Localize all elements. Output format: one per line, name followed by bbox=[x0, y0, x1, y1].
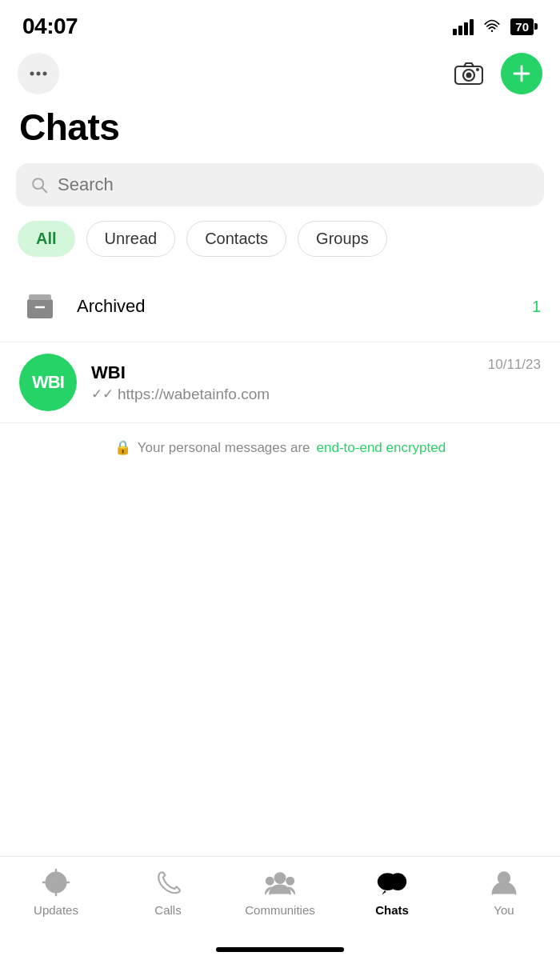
encryption-text: Your personal messages are bbox=[138, 440, 310, 456]
filter-tab-all[interactable]: All bbox=[18, 221, 75, 257]
status-bar: 04:07 70 bbox=[0, 0, 560, 48]
you-icon bbox=[488, 866, 520, 898]
status-icons: 70 bbox=[453, 18, 538, 35]
nav-item-you[interactable]: You bbox=[448, 866, 560, 917]
nav-label-chats: Chats bbox=[375, 903, 409, 917]
svg-point-22 bbox=[266, 878, 274, 885]
nav-label-communities: Communities bbox=[245, 903, 315, 917]
signal-icon bbox=[453, 18, 474, 35]
svg-point-7 bbox=[476, 68, 479, 71]
double-check-icon: ✓✓ bbox=[91, 386, 114, 402]
archived-row[interactable]: Archived 1 bbox=[0, 271, 560, 342]
chat-time: 10/11/23 bbox=[488, 357, 541, 373]
svg-point-21 bbox=[275, 873, 286, 883]
page-title: Chats bbox=[0, 102, 560, 163]
archived-count: 1 bbox=[532, 298, 541, 316]
search-bar[interactable] bbox=[16, 163, 544, 206]
header-actions bbox=[448, 53, 542, 94]
archived-label: Archived bbox=[77, 296, 516, 317]
chat-info: WBI ✓✓ https://wabetainfo.com bbox=[91, 362, 474, 403]
status-time: 04:07 bbox=[22, 14, 78, 39]
svg-point-23 bbox=[286, 878, 294, 885]
filter-tab-unread[interactable]: Unread bbox=[86, 221, 176, 257]
chat-list: Archived 1 WBI WBI ✓✓ https://wabetainfo… bbox=[0, 271, 560, 423]
wifi-icon bbox=[482, 18, 502, 34]
calls-icon bbox=[152, 866, 184, 898]
chats-icon bbox=[376, 866, 408, 898]
communities-icon bbox=[264, 866, 296, 898]
plus-icon bbox=[511, 63, 532, 84]
svg-point-1 bbox=[30, 72, 34, 76]
chat-name: WBI bbox=[91, 362, 474, 383]
encryption-notice: 🔒 Your personal messages are end-to-end … bbox=[0, 423, 560, 472]
svg-point-3 bbox=[43, 72, 47, 76]
svg-rect-12 bbox=[27, 299, 53, 318]
nav-item-chats[interactable]: Chats bbox=[336, 866, 448, 917]
nav-label-calls: Calls bbox=[154, 903, 181, 917]
filter-tab-groups[interactable]: Groups bbox=[298, 221, 387, 257]
svg-point-6 bbox=[466, 73, 472, 78]
lock-icon: 🔒 bbox=[114, 439, 131, 456]
nav-label-you: You bbox=[494, 903, 514, 917]
svg-point-0 bbox=[491, 30, 494, 33]
more-icon bbox=[30, 71, 47, 76]
new-chat-button[interactable] bbox=[501, 53, 542, 94]
avatar: WBI bbox=[19, 354, 77, 411]
search-input[interactable] bbox=[58, 174, 530, 195]
camera-button[interactable] bbox=[448, 53, 490, 94]
svg-line-11 bbox=[42, 188, 46, 193]
chat-preview: ✓✓ https://wabetainfo.com bbox=[91, 386, 474, 403]
updates-icon bbox=[40, 866, 72, 898]
svg-point-25 bbox=[389, 873, 406, 890]
archive-icon bbox=[19, 286, 61, 327]
nav-item-updates[interactable]: Updates bbox=[0, 866, 112, 917]
header bbox=[0, 48, 560, 102]
table-row[interactable]: WBI WBI ✓✓ https://wabetainfo.com 10/11/… bbox=[0, 342, 560, 423]
svg-point-16 bbox=[52, 878, 60, 886]
svg-point-2 bbox=[37, 72, 41, 76]
battery-icon: 70 bbox=[510, 18, 538, 35]
nav-item-communities[interactable]: Communities bbox=[224, 866, 336, 917]
search-icon bbox=[30, 176, 48, 194]
nav-item-calls[interactable]: Calls bbox=[112, 866, 224, 917]
svg-rect-13 bbox=[29, 294, 51, 300]
filter-tabs: All Unread Contacts Groups bbox=[0, 221, 560, 271]
home-indicator bbox=[216, 947, 344, 952]
encryption-link[interactable]: end-to-end encrypted bbox=[317, 440, 446, 456]
filter-tab-contacts[interactable]: Contacts bbox=[186, 221, 286, 257]
menu-button[interactable] bbox=[18, 53, 59, 94]
bottom-nav: Updates Calls Communities bbox=[0, 856, 560, 960]
camera-icon bbox=[454, 62, 483, 86]
nav-label-updates: Updates bbox=[34, 903, 78, 917]
